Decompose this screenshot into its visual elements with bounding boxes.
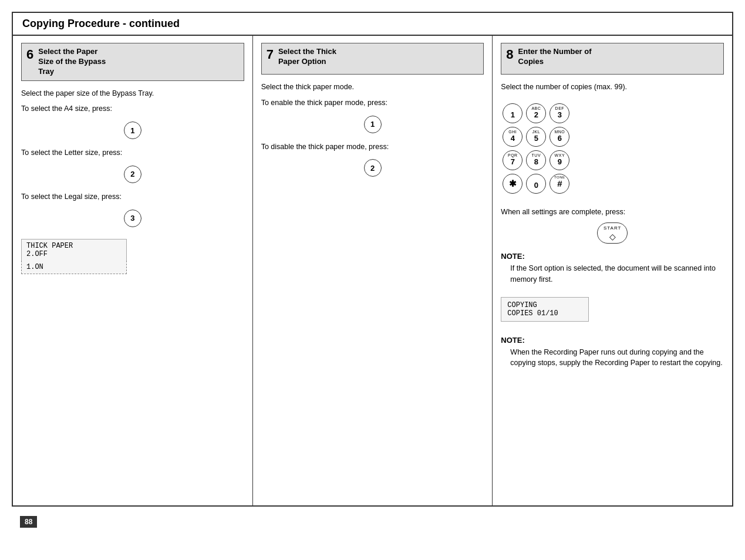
step8-body1: Select the number of copies (max. 99). — [501, 82, 724, 93]
step7-body1: Select the thick paper mode. — [261, 82, 484, 93]
page-number: 88 — [20, 516, 37, 528]
step6-body2: To select the A4 size, press: — [21, 103, 244, 114]
step6-lcd-wrap: THICK PAPER 2.OFF 1.ON — [21, 239, 244, 274]
step7-body2: To enable the thick paper mode, press: — [261, 97, 484, 109]
key-6[interactable]: MNO 6 — [550, 127, 569, 147]
step6-body3: To select the Letter size, press: — [21, 147, 244, 158]
step6-lcd-line1: THICK PAPER — [26, 242, 73, 250]
lcd-copies-line2: COPIES 01/10 — [507, 309, 558, 318]
key-3[interactable]: DEF 3 — [550, 103, 569, 123]
page-title: Copying Procedure - continued — [22, 18, 180, 29]
lcd-copies-line1: COPYING — [507, 301, 537, 309]
step6-title: Select the PaperSize of the BypassTray — [38, 47, 106, 77]
note1-label: NOTE: — [501, 252, 724, 261]
key-0[interactable]: 0 — [526, 174, 546, 194]
step7-number: 7 — [267, 48, 274, 61]
step6-lcd-dashed: 1.ON — [21, 261, 127, 274]
step7-title: Select the ThickPaper Option — [278, 47, 336, 67]
column-step8: 8 Enter the Number ofCopies Select the n… — [493, 36, 732, 505]
page-footer: 88 — [12, 512, 733, 531]
step6-header: 6 Select the PaperSize of the BypassTray — [21, 43, 244, 81]
lcd-copies-display: COPYING COPIES 01/10 — [501, 297, 589, 322]
columns-wrapper: 6 Select the PaperSize of the BypassTray… — [13, 36, 732, 505]
step7-btn2[interactable]: 2 — [364, 159, 382, 177]
key-1[interactable]: 1 — [503, 103, 522, 123]
step6-body1: Select the paper size of the Bypass Tray… — [21, 88, 244, 99]
start-button[interactable]: START ◇ — [597, 222, 628, 244]
step6-btn2-wrap: 2 — [21, 163, 244, 185]
step6-btn3-wrap: 3 — [21, 207, 244, 230]
step6-lcd-solid: THICK PAPER 2.OFF — [21, 239, 127, 261]
step6-body4: To select the Legal size, press: — [21, 191, 244, 203]
keypad-row4: ✱ 0 TONE # — [501, 173, 571, 195]
step7-btn1-wrap: 1 — [261, 113, 484, 136]
note1-text: If the Sort option is selected, the docu… — [501, 263, 724, 285]
step6-lcd-dashed-text: 1.ON — [26, 263, 43, 271]
key-hash[interactable]: TONE # — [550, 174, 569, 194]
keypad-row1: 1 ABC 2 DEF 3 — [501, 102, 571, 124]
step7-body3: To disable the thick paper mode, press: — [261, 141, 484, 153]
step6-btn1[interactable]: 1 — [124, 122, 141, 139]
note2-label: NOTE: — [501, 336, 724, 345]
step7-header: 7 Select the ThickPaper Option — [261, 43, 484, 75]
keypad-row2: GHI 4 JKL 5 MNO 6 — [501, 126, 571, 148]
step8-header: 8 Enter the Number ofCopies — [501, 43, 724, 75]
key-8[interactable]: TUV 8 — [526, 150, 546, 170]
start-btn-wrap: START ◇ — [501, 222, 724, 244]
column-step7: 7 Select the ThickPaper Option Select th… — [253, 36, 493, 505]
key-9[interactable]: WXY 9 — [550, 150, 569, 170]
step6-lcd-line2: 2.OFF — [26, 250, 48, 258]
column-step6: 6 Select the PaperSize of the BypassTray… — [13, 36, 253, 505]
key-2[interactable]: ABC 2 — [526, 103, 546, 123]
key-star[interactable]: ✱ — [503, 174, 522, 194]
main-box: Copying Procedure - continued 6 Select t… — [12, 12, 733, 507]
page-wrapper: Copying Procedure - continued 6 Select t… — [0, 0, 745, 549]
step6-btn3[interactable]: 3 — [124, 210, 141, 227]
keypad: 1 ABC 2 DEF 3 GHI — [501, 102, 571, 196]
key-5[interactable]: JKL 5 — [526, 127, 546, 147]
start-diamond-icon: ◇ — [609, 232, 616, 241]
keypad-row3: PQR 7 TUV 8 WXY 9 — [501, 149, 571, 171]
step8-number: 8 — [506, 48, 513, 61]
key-4[interactable]: GHI 4 — [503, 127, 522, 147]
step8-title: Enter the Number ofCopies — [518, 47, 592, 67]
step7-btn2-wrap: 2 — [261, 157, 484, 179]
key-7[interactable]: PQR 7 — [503, 150, 522, 170]
lcd-copies-wrap: COPYING COPIES 01/10 — [501, 291, 724, 328]
title-bar: Copying Procedure - continued — [13, 13, 732, 36]
step6-btn1-wrap: 1 — [21, 119, 244, 141]
step7-btn1[interactable]: 1 — [364, 116, 382, 133]
start-label: START — [604, 225, 621, 231]
step6-number: 6 — [26, 48, 33, 61]
note2-text: When the Recording Paper runs out during… — [501, 347, 724, 369]
step8-body2: When all settings are complete, press: — [501, 207, 724, 218]
step6-btn2[interactable]: 2 — [124, 166, 141, 183]
